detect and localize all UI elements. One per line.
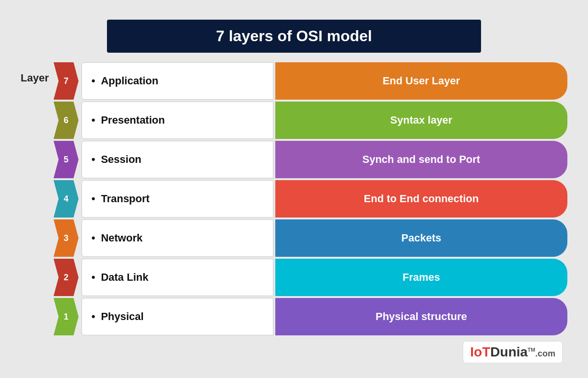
- layer-name-1: •Physical: [82, 298, 273, 335]
- logo-dunia: Dunia: [490, 344, 528, 359]
- layer-row: 4•TransportEnd to End connection: [54, 180, 567, 218]
- layer-name-3: •Network: [82, 219, 273, 257]
- layer-row: 2•Data LinkFrames: [54, 259, 567, 296]
- layer-desc-3: Packets: [275, 219, 567, 257]
- layer-name-text: Presentation: [101, 114, 165, 126]
- bullet: •: [92, 271, 95, 284]
- layer-name-text: Application: [101, 75, 158, 87]
- layer-name-2: •Data Link: [82, 259, 273, 296]
- layer-desc-4: End to End connection: [275, 180, 567, 218]
- layer-row: 3•NetworkPackets: [54, 219, 567, 257]
- layer-number-1: 1: [54, 298, 79, 335]
- content-area: Layer 7•ApplicationEnd User Layer6•Prese…: [21, 62, 567, 337]
- layer-row: 5•SessionSynch and send to Port: [54, 141, 567, 178]
- bullet: •: [92, 75, 95, 87]
- layer-name-text: Physical: [101, 310, 143, 323]
- layer-name-text: Network: [101, 232, 142, 244]
- layer-desc-1: Physical structure: [275, 298, 567, 335]
- layer-desc-6: Syntax layer: [275, 102, 567, 139]
- layer-name-4: •Transport: [82, 180, 273, 218]
- layer-name-text: Data Link: [101, 271, 148, 284]
- layer-number-4: 4: [54, 180, 79, 218]
- layer-name-text: Session: [101, 153, 141, 166]
- layer-desc-2: Frames: [275, 259, 567, 296]
- bullet: •: [92, 153, 95, 166]
- logo-iot: IoT: [470, 344, 490, 359]
- layer-number-5: 5: [54, 141, 79, 178]
- diagram-container: 7 layers of OSI model Layer 7•Applicatio…: [11, 10, 577, 368]
- layer-number-2: 2: [54, 259, 79, 296]
- layers-section: 7•ApplicationEnd User Layer6•Presentatio…: [54, 62, 567, 337]
- layer-name-7: •Application: [82, 62, 273, 100]
- layer-label: Layer: [21, 62, 54, 84]
- layer-row: 7•ApplicationEnd User Layer: [54, 62, 567, 100]
- bullet: •: [92, 193, 95, 205]
- bullet: •: [92, 310, 95, 323]
- layer-name-text: Transport: [101, 193, 149, 205]
- layer-name-5: •Session: [82, 141, 273, 178]
- logo-area: IoTDuniaTM.com: [21, 341, 567, 363]
- layer-number-6: 6: [54, 102, 79, 139]
- layer-name-6: •Presentation: [82, 102, 273, 139]
- layer-desc-7: End User Layer: [275, 62, 567, 100]
- logo-box: IoTDuniaTM.com: [463, 341, 563, 363]
- layer-number-7: 7: [54, 62, 79, 100]
- layer-desc-5: Synch and send to Port: [275, 141, 567, 178]
- layer-row: 1•PhysicalPhysical structure: [54, 298, 567, 335]
- bullet: •: [92, 114, 95, 126]
- logo-com: .com: [535, 349, 555, 358]
- layer-row: 6•PresentationSyntax layer: [54, 102, 567, 139]
- title: 7 layers of OSI model: [107, 20, 481, 53]
- bullet: •: [92, 232, 95, 244]
- layer-number-3: 3: [54, 219, 79, 257]
- logo-tm: TM: [528, 347, 535, 353]
